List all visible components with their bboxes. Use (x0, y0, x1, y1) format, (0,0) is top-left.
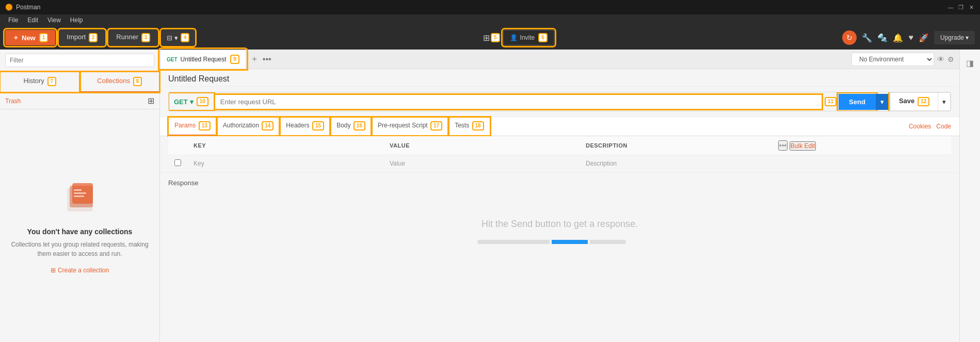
progress-left (477, 240, 550, 244)
tab-actions: ＋ ••• (250, 50, 271, 69)
invite-button[interactable]: 👤 Invite 6 (503, 30, 554, 45)
svg-rect-5 (74, 196, 84, 197)
proxy-icon: ⊟ ▾ (167, 34, 178, 42)
bulk-edit-button[interactable]: Bulk Edit (790, 141, 816, 151)
send-btn-group: Send ▾ (839, 94, 888, 110)
invite-label: Invite (520, 34, 535, 41)
plus-icon: ＋ (12, 33, 19, 42)
code-link[interactable]: Code (936, 123, 951, 130)
eye-icon: 👁 (937, 55, 944, 63)
badge-3: 3 (141, 33, 151, 42)
tests-tab[interactable]: Tests 18 (448, 117, 490, 136)
chevron-down-icon: ▾ (966, 34, 969, 41)
heart-button[interactable]: ♥ (908, 33, 913, 42)
desc-placeholder: Description (586, 160, 617, 167)
rocket-icon: 🚀 (919, 33, 929, 43)
auth-tab-label: Authorization (223, 122, 259, 129)
row-actions (772, 155, 951, 172)
new-label: New (22, 34, 36, 42)
table-checkbox-header (168, 136, 187, 155)
create-collection-label: Create a collection (58, 267, 109, 274)
sync-button[interactable]: ↻ (842, 30, 857, 45)
tab-method: GET (167, 57, 178, 62)
add-tab-button[interactable]: ＋ (250, 54, 259, 64)
upgrade-button[interactable]: Upgrade ▾ (934, 31, 975, 44)
new-button[interactable]: ＋ New 1 (5, 30, 55, 45)
save-label: Save (899, 97, 914, 105)
params-tab[interactable]: Params 13 (168, 117, 217, 136)
sidebar-tabs: History 7 Collections 8 (0, 72, 159, 93)
tests-tab-label: Tests (455, 122, 469, 129)
menu-file[interactable]: File (4, 15, 22, 25)
row-checkbox[interactable] (174, 159, 181, 166)
key-cell: Key (187, 155, 383, 172)
history-tab[interactable]: History 7 (0, 72, 80, 92)
wrench2-button[interactable]: 🔩 (877, 33, 888, 43)
value-placeholder: Value (390, 160, 405, 167)
menu-help[interactable]: Help (66, 15, 87, 25)
spanner-icon: 🔩 (877, 33, 888, 43)
send-dropdown-button[interactable]: ▾ (876, 94, 888, 110)
headers-tab[interactable]: Headers 15 (280, 117, 330, 136)
app-title: Postman (16, 4, 40, 11)
menu-edit[interactable]: Edit (23, 15, 42, 25)
filter-input[interactable] (5, 54, 154, 67)
collections-tab[interactable]: Collections 8 (80, 72, 160, 92)
proxy-button[interactable]: ⊟ ▾ 4 (162, 30, 195, 45)
create-collection-button[interactable]: ⊞ Create a collection (51, 267, 109, 274)
menu-view[interactable]: View (43, 15, 65, 25)
more-options-button[interactable]: ••• (778, 140, 788, 151)
badge-11: 11 (825, 97, 837, 106)
send-button[interactable]: Send (839, 94, 876, 110)
actions-header: ••• Bulk Edit (772, 136, 951, 155)
maximize-button[interactable]: ❐ (957, 4, 965, 11)
trash-link[interactable]: Trash (5, 97, 21, 105)
auth-tab[interactable]: Authorization 14 (217, 117, 280, 136)
badge-6: 6 (538, 33, 548, 42)
wrench-icon: 🔧 (862, 33, 872, 43)
prerequest-tab[interactable]: Pre-request Script 17 (372, 117, 448, 136)
environment-gear-button[interactable]: ⚙ (947, 55, 954, 63)
new-folder-button[interactable]: ⊞ (148, 96, 154, 106)
import-button[interactable]: Import 2 (59, 30, 105, 45)
collections-illustration (59, 178, 101, 219)
environment-select[interactable]: No Environment (852, 53, 934, 66)
sync-icon-glyph: ↻ (846, 34, 853, 42)
close-button[interactable]: ✕ (968, 4, 975, 11)
title-bar: 🟠 Postman — ❐ ✕ (0, 0, 980, 14)
rocket-button[interactable]: 🚀 (919, 33, 929, 43)
right-panel-button[interactable]: ◨ (961, 54, 979, 72)
collections-tab-label: Collections (97, 77, 130, 85)
empty-desc: Collections let you group related reques… (10, 240, 149, 258)
table-row: Key Value Description (168, 155, 951, 172)
method-selector[interactable]: GET ▾ 10 (169, 93, 214, 110)
prerequest-tab-label: Pre-request Script (378, 122, 428, 129)
minimize-button[interactable]: — (947, 4, 954, 11)
request-tab[interactable]: GET Untitled Request 9 (160, 50, 246, 69)
badge-17: 17 (430, 121, 442, 131)
value-column-header: VALUE (383, 136, 580, 155)
runner-button[interactable]: Runner 3 (109, 30, 157, 45)
grid-button[interactable]: ⊞ 5 (483, 33, 500, 43)
cookies-link[interactable]: Cookies (909, 123, 931, 130)
request-tabs: Params 13 Authorization 14 Headers 15 Bo… (160, 117, 959, 136)
body-tab[interactable]: Body 16 (330, 117, 372, 136)
params-table-area: KEY VALUE DESCRIPTION ••• Bulk Edit Key … (160, 136, 959, 172)
badge-8: 8 (133, 77, 142, 86)
badge-2: 2 (89, 33, 98, 42)
save-button[interactable]: Save 12 (890, 92, 938, 111)
runner-label: Runner (116, 33, 138, 41)
headers-tab-label: Headers (286, 122, 309, 129)
save-dropdown-button[interactable]: ▾ (938, 92, 951, 111)
create-collection-icon: ⊞ (51, 267, 56, 274)
url-input[interactable] (214, 94, 823, 110)
badge-10: 10 (197, 97, 208, 106)
key-column-header: KEY (187, 136, 383, 155)
settings-button[interactable]: 🔧 (862, 33, 872, 43)
upgrade-label: Upgrade (940, 34, 964, 41)
notifications-button[interactable]: 🔔 (893, 33, 903, 43)
more-tabs-button[interactable]: ••• (263, 55, 271, 64)
environment-eye-button[interactable]: 👁 (937, 55, 944, 63)
method-chevron: ▾ (190, 98, 194, 106)
key-placeholder: Key (194, 160, 204, 167)
